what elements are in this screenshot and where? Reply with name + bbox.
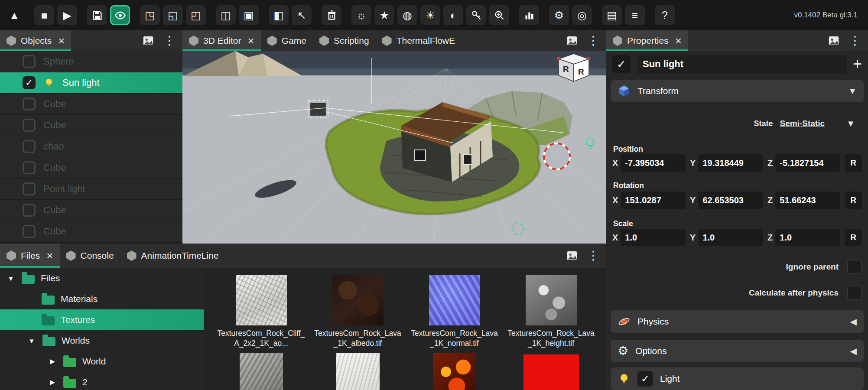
visibility-checkbox[interactable]: ✓ [23, 76, 36, 89]
effects-icon[interactable]: ☼ [351, 5, 371, 25]
paste-icon[interactable]: ▣ [239, 5, 259, 25]
zoom-icon[interactable] [489, 5, 509, 25]
notifications-icon[interactable]: ◍ [397, 5, 417, 25]
list-item-selected[interactable]: ✓ Sun light [0, 72, 182, 94]
save-icon[interactable] [87, 5, 107, 25]
tab-thermalflow[interactable]: ThermalFlowE [376, 30, 462, 51]
settings-icon[interactable]: ⚙ [549, 5, 569, 25]
tree-item-worlds[interactable]: ▼ Worlds [0, 330, 204, 351]
screen-select-icon[interactable]: ◧ [269, 5, 289, 25]
collapsed-arrow-icon[interactable]: ▶ [48, 378, 57, 386]
state-dropdown[interactable]: Semi-Static [780, 119, 825, 128]
expand-arrow-icon[interactable]: ▼ [6, 275, 16, 282]
stats-icon[interactable] [519, 5, 539, 25]
tree-item-materials[interactable]: Materials [0, 289, 204, 309]
tab-animation-timeline[interactable]: AnimationTimeLine [120, 244, 225, 268]
list-item[interactable]: Cube [0, 221, 182, 242]
tab-game[interactable]: Game [261, 30, 313, 51]
tree-item-files[interactable]: ▼ Files [0, 268, 204, 289]
new-window-icon[interactable]: ◳ [140, 5, 160, 25]
scale-x-input[interactable] [621, 229, 686, 246]
more-options-icon[interactable]: ⋮ [163, 35, 176, 47]
list-item[interactable]: Point light [0, 179, 182, 200]
options-section-header[interactable]: ⚙ Options ◀ [611, 340, 864, 362]
rotation-y-input[interactable] [698, 192, 763, 209]
texture-thumbnail[interactable] [236, 275, 287, 325]
visibility-checkbox[interactable] [23, 98, 36, 110]
light-section-header[interactable]: ✓ Light [611, 367, 864, 390]
collapsed-arrow-icon[interactable]: ◀ [850, 316, 857, 327]
rotation-z-input[interactable] [775, 192, 840, 209]
tree-item-textures[interactable]: Textures [0, 309, 204, 330]
add-component-button[interactable]: + [853, 55, 862, 73]
visibility-icon[interactable] [110, 5, 130, 25]
screenshot-icon[interactable] [827, 34, 840, 47]
list-item[interactable]: Cube [0, 94, 182, 115]
texture-thumbnail[interactable] [240, 353, 283, 390]
texture-thumbnail[interactable] [433, 353, 476, 390]
stop-icon[interactable]: ■ [34, 5, 54, 25]
eject-icon[interactable]: ▲ [4, 5, 24, 25]
float-window-icon[interactable]: ◰ [186, 5, 206, 25]
close-icon[interactable]: × [46, 250, 53, 261]
visibility-checkbox[interactable] [23, 225, 36, 238]
more-options-icon[interactable]: ⋮ [587, 35, 599, 47]
close-icon[interactable]: × [675, 35, 682, 46]
list-item[interactable]: Cube [0, 157, 182, 179]
ignore-parent-checkbox[interactable] [847, 260, 862, 274]
collapse-arrow-icon[interactable]: ▼ [848, 86, 857, 96]
scale-reset-button[interactable]: R [845, 229, 862, 246]
calc-after-physics-checkbox[interactable] [847, 286, 862, 300]
light-enabled-checkbox[interactable]: ✓ [637, 371, 653, 387]
texture-thumbnail[interactable] [523, 354, 579, 390]
move-tool-icon[interactable]: ↖ [292, 5, 312, 25]
brightness-icon[interactable]: ☀ [420, 5, 440, 25]
tab-objects[interactable]: Objects × [0, 30, 71, 51]
texture-thumbnail[interactable] [526, 275, 577, 325]
position-z-input[interactable] [775, 154, 840, 172]
dock-window-icon[interactable]: ◱ [163, 5, 183, 25]
logs-icon[interactable]: ≡ [625, 5, 645, 25]
list-item[interactable]: Sphere [0, 51, 182, 72]
rotation-x-input[interactable] [621, 192, 686, 209]
tab-properties[interactable]: Properties × [606, 30, 688, 51]
tree-item-2[interactable]: ▶ 2 [0, 372, 204, 390]
position-reset-button[interactable]: R [845, 154, 862, 172]
tab-console[interactable]: Console [60, 244, 120, 268]
visibility-checkbox[interactable] [23, 140, 36, 153]
close-icon[interactable]: × [248, 35, 254, 46]
visibility-checkbox[interactable] [23, 182, 36, 195]
screenshot-icon[interactable] [566, 249, 579, 262]
visibility-checkbox[interactable] [23, 161, 36, 174]
collapsed-arrow-icon[interactable]: ▶ [48, 358, 57, 365]
screenshot-icon[interactable] [142, 34, 155, 47]
visibility-checkbox[interactable] [23, 55, 36, 68]
dropdown-arrow-icon[interactable]: ▼ [846, 119, 855, 129]
screenshot-icon[interactable] [566, 34, 579, 47]
transform-section-header[interactable]: Transform ▼ [611, 80, 864, 102]
more-options-icon[interactable]: ⋮ [587, 250, 599, 262]
list-item[interactable]: Cube [0, 200, 182, 221]
tab-3d-editor[interactable]: 3D Editor × [182, 30, 261, 51]
play-icon[interactable]: ▶ [57, 5, 77, 25]
scale-y-input[interactable] [698, 229, 763, 246]
tab-scripting[interactable]: Scripting [313, 30, 376, 51]
more-options-icon[interactable]: ⋮ [849, 35, 861, 47]
position-y-input[interactable] [698, 154, 763, 172]
rotation-reset-button[interactable]: R [845, 192, 862, 209]
contrast-icon[interactable]: ◐ [443, 5, 463, 25]
copy-icon[interactable]: ◫ [216, 5, 236, 25]
texture-thumbnail[interactable] [429, 275, 480, 325]
enabled-checkbox[interactable]: ✓ [612, 55, 631, 73]
close-icon[interactable]: × [58, 35, 65, 46]
help-icon[interactable]: ? [655, 5, 675, 25]
visibility-checkbox[interactable] [23, 204, 36, 217]
engine-gear-icon[interactable]: ◎ [572, 5, 592, 25]
list-item[interactable]: chao [0, 136, 182, 157]
trash-icon[interactable] [322, 5, 341, 25]
favorites-icon[interactable]: ★ [374, 5, 394, 25]
license-icon[interactable]: ▤ [602, 5, 622, 25]
key-icon[interactable] [466, 5, 486, 25]
list-item[interactable]: Cube [0, 115, 182, 136]
tree-item-world[interactable]: ▶ World [0, 351, 204, 372]
